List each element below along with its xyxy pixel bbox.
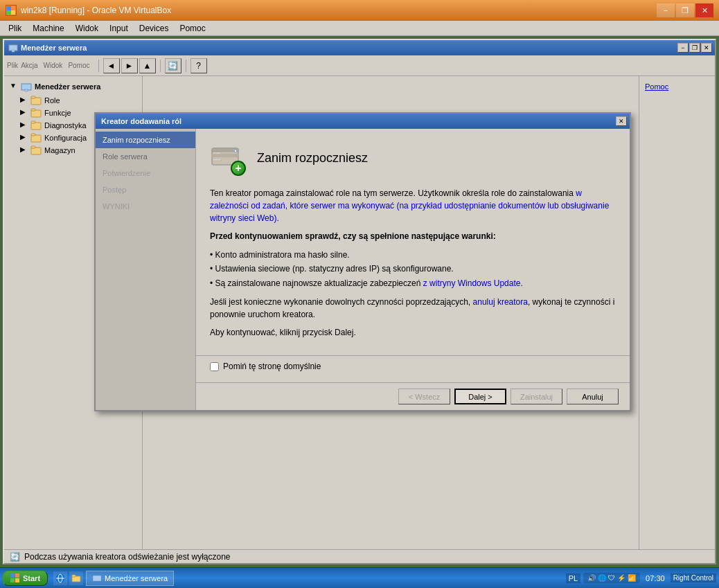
- role-expand-icon[interactable]: ▶: [18, 96, 28, 105]
- folder-quick-icon: [71, 573, 81, 583]
- svg-rect-33: [72, 575, 76, 577]
- svg-rect-11: [31, 109, 35, 111]
- dialog-paragraph1: Ten kreator pomaga zainstalować role na …: [210, 187, 616, 224]
- menu-plik[interactable]: Plik: [3, 22, 27, 35]
- dialog-header-title: Zanim rozpoczniesz: [257, 151, 368, 166]
- skip-checkbox-label[interactable]: Pomiń tę stronę domyślnie: [223, 362, 321, 371]
- bullet-2: • Ustawienia sieciowe (np. statyczny adr…: [210, 262, 616, 276]
- konfiguracja-expand-icon[interactable]: ▶: [18, 133, 28, 143]
- menu-devices[interactable]: Devices: [134, 22, 175, 35]
- right-control: Right Control: [671, 573, 716, 582]
- svg-rect-0: [7, 6, 11, 10]
- folder-icon-magazyn: [30, 145, 42, 155]
- help-toolbar-btn[interactable]: ?: [190, 58, 207, 73]
- inner-title-bar: Menedżer serwera − ❐ ✕: [4, 40, 715, 55]
- dialog-close-btn[interactable]: ✕: [616, 116, 627, 126]
- status-bar: 🔄 Podczas używania kreatora odświeżanie …: [4, 549, 715, 563]
- skip-checkbox-row: Pomiń tę stronę domyślnie: [210, 362, 616, 371]
- menu-input[interactable]: Input: [104, 22, 134, 35]
- cancel-button[interactable]: Anuluj: [567, 389, 619, 404]
- close-button[interactable]: ✕: [695, 3, 713, 17]
- restore-button[interactable]: ❐: [676, 3, 694, 17]
- dialog-window: Kreator dodawania ról ✕ Zanim rozpocznie…: [94, 112, 631, 411]
- forward-btn[interactable]: ►: [121, 58, 138, 73]
- next-button[interactable]: Dalej >: [454, 389, 506, 404]
- dialog-buttons: < Wstecz Dalej > Zainstaluj Anuluj: [196, 382, 630, 410]
- svg-rect-23: [212, 154, 238, 157]
- bullet-1: • Konto administratora ma hasło silne.: [210, 248, 616, 262]
- svg-rect-7: [25, 89, 28, 91]
- toolbar-sep1: [98, 60, 99, 72]
- dialog-nav: Zanim rozpoczniesz Role serwera Potwierd…: [96, 129, 196, 410]
- inner-restore-btn[interactable]: ❐: [689, 43, 700, 53]
- svg-rect-3: [11, 10, 15, 15]
- diagnostyka-expand-icon[interactable]: ▶: [18, 121, 28, 130]
- dialog-nav-zanim[interactable]: Zanim rozpoczniesz: [96, 132, 195, 148]
- svg-rect-15: [31, 134, 35, 136]
- toolbar-label: Plik: [7, 62, 18, 69]
- window-title: win2k8 [Running] - Oracle VM VirtualBox: [21, 6, 171, 15]
- quicklaunch-2[interactable]: [69, 571, 83, 585]
- tray-icon-1[interactable]: 🔊: [587, 574, 596, 582]
- sidebar-root[interactable]: ▼ Menedżer serwera: [4, 79, 142, 94]
- svg-rect-25: [10, 573, 15, 578]
- title-bar: win2k8 [Running] - Oracle VM VirtualBox …: [0, 0, 719, 21]
- refresh-btn[interactable]: 🔄: [165, 58, 181, 73]
- funkcje-expand-icon[interactable]: ▶: [18, 108, 28, 118]
- svg-rect-34: [93, 576, 101, 581]
- add-icon: +: [231, 161, 246, 176]
- server-manager-icon: [8, 43, 18, 53]
- menu-pomoc[interactable]: Pomoc: [174, 22, 211, 35]
- sidebar-magazyn-label: Magazyn: [44, 146, 76, 154]
- toolbar-pomoc: Pomoc: [68, 62, 89, 69]
- quicklaunch-1[interactable]: [53, 571, 67, 585]
- tray-icon-3[interactable]: 🛡: [608, 574, 615, 582]
- magazyn-expand-icon[interactable]: ▶: [18, 145, 28, 155]
- menu-widok[interactable]: Widok: [70, 22, 104, 35]
- dialog-body: Zanim rozpoczniesz Role serwera Potwierd…: [96, 129, 630, 410]
- inner-minimize-btn[interactable]: −: [677, 43, 689, 53]
- folder-icon-role: [30, 96, 42, 105]
- dialog-title: Kreator dodawania ról: [101, 117, 181, 125]
- dialog-paragraph4: Aby kontynuować, kliknij przycisk Dalej.: [210, 326, 616, 339]
- help-link[interactable]: Pomoc: [645, 82, 668, 91]
- sidebar-diagnostyka-label: Diagnostyka: [44, 121, 87, 130]
- inner-window-title: Menedżer serwera: [21, 44, 87, 52]
- taskbar-server-manager[interactable]: Menedżer serwera: [86, 571, 174, 586]
- skip-checkbox[interactable]: [210, 362, 219, 371]
- dialog-title-bar: Kreator dodawania ról ✕: [96, 114, 630, 129]
- dialog-nav-role[interactable]: Role serwera: [96, 148, 195, 165]
- svg-rect-5: [12, 50, 15, 52]
- install-button[interactable]: Zainstaluj: [511, 389, 562, 404]
- tray-icon-2[interactable]: 🌐: [598, 574, 606, 582]
- svg-rect-27: [10, 578, 15, 582]
- folder-icon-konfiguracja: [30, 133, 42, 143]
- up-btn[interactable]: ▲: [139, 58, 156, 73]
- svg-rect-21: [235, 150, 236, 152]
- app-icon: [6, 5, 17, 16]
- svg-rect-13: [31, 121, 35, 123]
- back-button[interactable]: < Wstecz: [398, 389, 450, 404]
- server-icon: [21, 81, 32, 92]
- svg-rect-9: [31, 96, 35, 98]
- status-icon: 🔄: [10, 552, 20, 562]
- tray-icon-5[interactable]: 📶: [628, 574, 636, 582]
- toolbar-widok: Widok: [44, 62, 63, 69]
- folder-icon-funkcje: [30, 108, 42, 118]
- sidebar-item-role[interactable]: ▶ Role: [4, 94, 142, 107]
- locale-indicator: PL: [566, 573, 580, 583]
- start-button[interactable]: Start: [3, 571, 48, 586]
- minimize-button[interactable]: −: [657, 3, 675, 17]
- menu-machine[interactable]: Machine: [27, 22, 69, 35]
- tray-icon-4[interactable]: ⚡: [617, 574, 625, 582]
- dialog-paragraph3: Jeśli jest konieczne wykonanie dowolnych…: [210, 296, 616, 321]
- back-btn[interactable]: ◄: [103, 58, 120, 73]
- sidebar-root-label: Menedżer serwera: [35, 82, 100, 91]
- root-expand-icon[interactable]: ▼: [8, 82, 18, 91]
- dialog-header: + Zanim rozpoczniesz: [210, 140, 616, 176]
- system-tray: 🔊 🌐 🛡 ⚡ 📶: [583, 573, 640, 583]
- dialog-nav-potwierdzenie: Potwierdzenie: [96, 165, 195, 181]
- bullet-3: • Są zainstalowane najnowsze aktualizacj…: [210, 276, 616, 290]
- inner-close-btn[interactable]: ✕: [701, 43, 712, 53]
- svg-rect-6: [21, 84, 31, 90]
